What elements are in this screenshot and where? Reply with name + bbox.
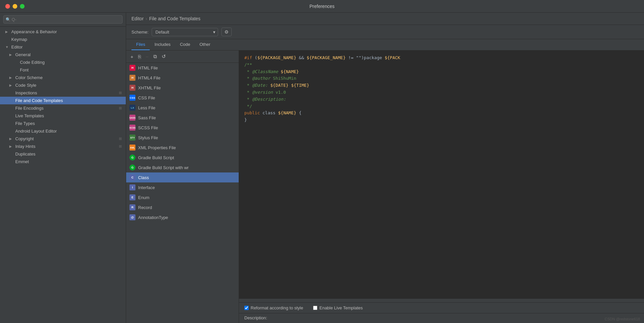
sidebar-item-appearance[interactable]: ▶ Appearance & Behavior xyxy=(0,28,126,36)
template-list: H HTML File H HTML4 File H XHTML File xyxy=(126,63,239,323)
minimize-button[interactable] xyxy=(13,4,17,9)
list-item[interactable]: CSS CSS File xyxy=(126,93,239,103)
arrow-icon: ▶ xyxy=(9,76,13,79)
maximize-button[interactable] xyxy=(20,4,25,9)
sidebar-item-android-layout[interactable]: Android Layout Editor xyxy=(0,127,126,135)
list-item[interactable]: @ AnnotationType xyxy=(126,212,239,222)
list-item[interactable]: G Gradle Build Script with wr xyxy=(126,162,239,172)
remove-template-button[interactable]: − xyxy=(144,53,150,60)
code-area[interactable]: #if (${PACKAGE_NAME} && ${PACKAGE_NAME} … xyxy=(239,51,644,298)
template-icon: CSS xyxy=(129,95,135,101)
sidebar-item-file-encodings[interactable]: File Encodings ⊞ xyxy=(0,104,126,112)
reset-template-button[interactable]: ↺ xyxy=(160,53,168,60)
list-item[interactable]: R Record xyxy=(126,202,239,212)
sidebar-item-color-scheme[interactable]: ▶ Color Scheme xyxy=(0,74,126,81)
sidebar-item-file-types[interactable]: File Types xyxy=(0,120,126,127)
sidebar-item-inlay-hints[interactable]: ▶ Inlay Hints ⊞ xyxy=(0,143,126,150)
close-button[interactable] xyxy=(5,4,10,9)
sidebar-item-editor[interactable]: ▼ Editor xyxy=(0,43,126,51)
list-item[interactable]: SCSS SCSS File xyxy=(126,123,239,133)
duplicate-template-button[interactable]: ⧉ xyxy=(152,53,159,60)
copy-template-button[interactable]: ⎘ xyxy=(136,53,143,60)
scheme-select-wrap: Default Project xyxy=(152,28,218,36)
sidebar-item-label: General xyxy=(15,52,31,57)
live-templates-checkbox[interactable] xyxy=(313,306,317,310)
code-editor-panel: #if (${PACKAGE_NAME} && ${PACKAGE_NAME} … xyxy=(239,51,644,323)
badge-icon: ⊞ xyxy=(119,137,122,141)
code-line: public class ${NAME} { xyxy=(244,110,639,117)
sidebar-item-keymap[interactable]: Keymap xyxy=(0,36,126,43)
reformat-checkbox[interactable] xyxy=(244,306,249,310)
sidebar-item-label: Copyright xyxy=(15,136,34,141)
template-name: Class xyxy=(138,175,149,180)
template-icon: R xyxy=(129,204,135,210)
list-item[interactable]: SASS Sass File xyxy=(126,113,239,123)
tab-code[interactable]: Code xyxy=(175,39,195,50)
badge-icon: ⊞ xyxy=(119,144,122,149)
list-item[interactable]: XML XML Properties File xyxy=(126,143,239,153)
template-name: SCSS File xyxy=(138,125,158,130)
list-item[interactable]: STY Stylus File xyxy=(126,133,239,143)
template-icon: G xyxy=(129,164,135,170)
sidebar-item-file-code-templates[interactable]: File and Code Templates xyxy=(0,97,126,104)
sidebar-item-label: Emmet xyxy=(15,159,29,164)
code-line: * @author ShiShuMin xyxy=(244,75,639,82)
template-name: XHTML File xyxy=(138,85,161,90)
live-templates-option[interactable]: Enable Live Templates xyxy=(313,305,363,310)
sidebar-item-emmet[interactable]: Emmet xyxy=(0,158,126,165)
template-name: Enum xyxy=(138,195,149,200)
template-name: Interface xyxy=(138,185,155,190)
code-line: } xyxy=(244,117,639,124)
sidebar-item-live-templates[interactable]: Live Templates xyxy=(0,112,126,120)
list-item[interactable]: LX Less File xyxy=(126,103,239,113)
main-layout: 🔍 ▶ Appearance & Behavior Keymap ▼ Edito… xyxy=(0,13,644,323)
sidebar-item-label: Color Scheme xyxy=(15,75,42,80)
list-item[interactable]: I Interface xyxy=(126,182,239,192)
list-item[interactable]: G Gradle Build Script xyxy=(126,153,239,162)
scheme-select[interactable]: Default Project xyxy=(152,28,218,36)
sidebar-item-code-editing[interactable]: Code Editing xyxy=(0,58,126,66)
gear-button[interactable]: ⚙ xyxy=(221,28,232,36)
sidebar: 🔍 ▶ Appearance & Behavior Keymap ▼ Edito… xyxy=(0,13,126,323)
tab-other[interactable]: Other xyxy=(195,39,215,50)
sidebar-item-general[interactable]: ▶ General xyxy=(0,51,126,58)
sidebar-tree: ▶ Appearance & Behavior Keymap ▼ Editor … xyxy=(0,27,126,323)
arrow-icon: ▶ xyxy=(9,137,13,141)
watermark: CSDN @redstone618 xyxy=(604,317,640,321)
window-controls xyxy=(5,4,25,9)
sidebar-item-duplicates[interactable]: Duplicates xyxy=(0,150,126,158)
arrow-icon: ▶ xyxy=(5,30,9,34)
template-icon: C xyxy=(129,174,135,180)
list-item[interactable]: C Class xyxy=(126,172,239,182)
arrow-icon: ▼ xyxy=(5,45,9,49)
horizontal-scrollbar[interactable] xyxy=(239,298,644,302)
sidebar-item-inspections[interactable]: Inspections ⊞ xyxy=(0,89,126,97)
code-line: /** xyxy=(244,61,639,68)
list-item[interactable]: H XHTML File xyxy=(126,83,239,93)
list-item[interactable]: E Enum xyxy=(126,192,239,202)
breadcrumb-parent: Editor xyxy=(131,16,144,21)
template-name: XML Properties File xyxy=(138,145,176,150)
sidebar-item-code-style[interactable]: ▶ Code Style xyxy=(0,81,126,89)
sidebar-item-font[interactable]: Font xyxy=(0,66,126,74)
reformat-option[interactable]: Reformat according to style xyxy=(244,305,303,310)
template-icon: H xyxy=(129,85,135,91)
template-name: Sass File xyxy=(138,115,156,120)
template-name: Stylus File xyxy=(138,135,158,140)
template-name: HTML4 File xyxy=(138,75,160,80)
sidebar-item-label: Android Layout Editor xyxy=(15,129,57,134)
list-item[interactable]: H HTML File xyxy=(126,63,239,73)
template-name: HTML File xyxy=(138,65,158,70)
add-template-button[interactable]: + xyxy=(129,53,135,60)
list-item[interactable]: H HTML4 File xyxy=(126,73,239,83)
template-name: CSS File xyxy=(138,95,155,100)
search-input[interactable] xyxy=(3,15,122,24)
template-icon: H xyxy=(129,75,135,81)
template-icon: G xyxy=(129,155,135,161)
tab-includes[interactable]: Includes xyxy=(150,39,175,50)
tab-files[interactable]: Files xyxy=(131,39,150,50)
sidebar-item-copyright[interactable]: ▶ Copyright ⊞ xyxy=(0,135,126,143)
template-name: Gradle Build Script with wr xyxy=(138,165,189,170)
template-icon: STY xyxy=(129,135,135,141)
breadcrumb-current: File and Code Templates xyxy=(149,16,201,21)
